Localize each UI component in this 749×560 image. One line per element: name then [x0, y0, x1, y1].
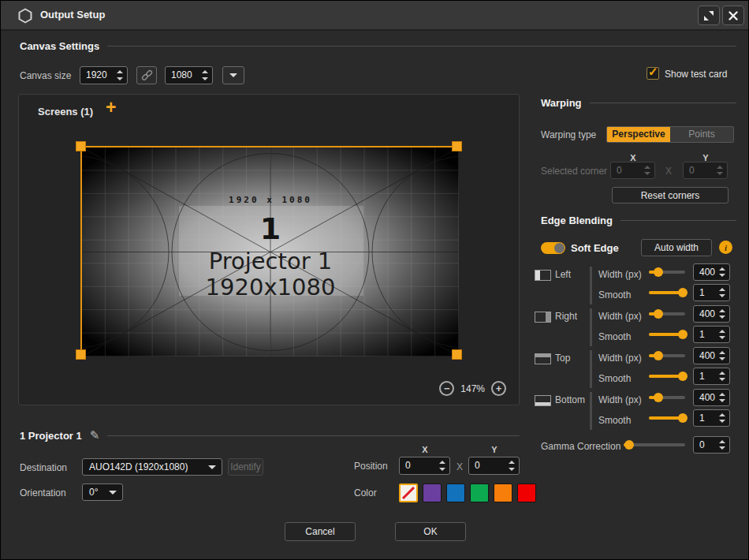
right-smooth-value[interactable]: 1	[699, 327, 705, 343]
gamma-spinner[interactable]: 0	[693, 436, 730, 454]
close-button[interactable]	[722, 6, 744, 25]
bottom-width-spinner[interactable]: 400	[693, 389, 730, 406]
spinner-arrows[interactable]	[202, 67, 209, 84]
slider-handle[interactable]	[654, 309, 663, 319]
bottom-width-slider[interactable]	[649, 392, 685, 403]
corner-handle-bottom-left[interactable]	[76, 349, 86, 360]
color-swatch-blue[interactable]	[446, 483, 465, 502]
canvas-width-spinner[interactable]: 1920	[80, 66, 128, 84]
bottom-smooth-value[interactable]: 1	[699, 410, 705, 427]
top-width-slider[interactable]	[649, 350, 685, 361]
slider-handle[interactable]	[654, 393, 663, 402]
spinner-arrows[interactable]	[439, 457, 446, 474]
bottom-smooth-slider[interactable]	[649, 413, 685, 424]
slider-handle[interactable]	[678, 330, 688, 339]
gamma-value[interactable]: 0	[699, 437, 705, 454]
gamma-slider[interactable]	[624, 439, 685, 450]
spinner-arrows[interactable]	[717, 162, 724, 178]
color-swatch-none[interactable]	[399, 483, 418, 502]
corner-x-value[interactable]: 0	[617, 162, 622, 179]
screens-canvas-panel[interactable]: Screens (1) +	[18, 94, 520, 405]
titlebar[interactable]: Output Setup	[1, 1, 748, 31]
spinner-arrows[interactable]	[719, 264, 726, 280]
left-smooth-value[interactable]: 1	[699, 285, 705, 301]
left-width-value[interactable]: 400	[699, 264, 715, 281]
position-y-value[interactable]: 0	[475, 457, 480, 474]
slider-handle[interactable]	[678, 413, 688, 423]
left-smooth-slider[interactable]	[649, 287, 685, 298]
zoom-in-button[interactable]: +	[491, 381, 506, 396]
corner-handle-top-left[interactable]	[76, 141, 86, 151]
top-smooth-slider[interactable]	[649, 371, 685, 382]
corner-handle-bottom-right[interactable]	[452, 349, 462, 360]
color-swatch-red[interactable]	[517, 483, 536, 502]
top-width-value[interactable]: 400	[699, 348, 715, 364]
reset-corners-button[interactable]: Reset corners	[612, 187, 729, 203]
right-width-value[interactable]: 400	[699, 306, 715, 323]
top-width-spinner[interactable]: 400	[693, 347, 730, 364]
right-width-slider[interactable]	[649, 308, 685, 319]
spinner-arrows[interactable]	[719, 437, 726, 453]
close-icon	[729, 11, 738, 21]
selected-corner-label: Selected corner	[541, 166, 607, 177]
right-smooth-slider[interactable]	[649, 329, 685, 340]
corner-handle-top-right[interactable]	[452, 141, 462, 151]
destination-dropdown[interactable]: AUO142D (1920x1080)	[82, 458, 222, 476]
toggle-knob[interactable]	[554, 243, 565, 253]
spinner-arrows[interactable]	[719, 327, 726, 342]
canvas-height-spinner[interactable]: 1080	[165, 66, 213, 84]
spinner-arrows[interactable]	[117, 67, 124, 84]
orientation-dropdown[interactable]: 0°	[82, 483, 123, 501]
position-x-value[interactable]: 0	[405, 457, 411, 474]
canvas-presets-dropdown-button[interactable]	[222, 66, 244, 84]
warping-type-perspective-button[interactable]: Perspective	[607, 127, 670, 142]
auto-width-button[interactable]: Auto width	[641, 239, 712, 256]
spinner-arrows[interactable]	[719, 285, 726, 301]
zoom-out-button[interactable]: −	[439, 381, 454, 396]
corner-x-spinner[interactable]: 0	[610, 162, 655, 179]
right-width-spinner[interactable]: 400	[693, 305, 730, 323]
spinner-arrows[interactable]	[719, 348, 726, 364]
left-width-slider[interactable]	[649, 267, 685, 278]
slider-handle[interactable]	[624, 440, 634, 450]
spinner-arrows[interactable]	[719, 306, 726, 322]
slider-handle[interactable]	[654, 267, 663, 277]
spinner-arrows[interactable]	[719, 410, 726, 426]
position-y-spinner[interactable]: 0	[468, 457, 520, 475]
corner-y-spinner[interactable]: 0	[683, 162, 728, 179]
bottom-width-value[interactable]: 400	[699, 390, 715, 406]
slider-handle[interactable]	[678, 288, 688, 297]
info-icon[interactable]: i	[719, 241, 732, 254]
canvas-height-value[interactable]: 1080	[171, 67, 192, 84]
warping-type-points-button[interactable]: Points	[670, 127, 733, 142]
spinner-arrows[interactable]	[719, 368, 726, 384]
right-smooth-spinner[interactable]: 1	[693, 326, 730, 343]
ok-button[interactable]: OK	[395, 522, 466, 541]
screens-header: Screens (1)	[38, 106, 93, 118]
show-test-card-checkbox[interactable]: ✓	[647, 67, 659, 80]
soft-edge-toggle[interactable]	[541, 242, 565, 254]
add-screen-button[interactable]: +	[106, 99, 116, 116]
slider-handle[interactable]	[678, 371, 688, 381]
top-smooth-value[interactable]: 1	[699, 368, 705, 385]
projector-screen-rect[interactable]: 1920 x 1080 1 Projector 1 1920x1080	[80, 146, 457, 355]
slider-handle[interactable]	[654, 351, 663, 360]
restore-window-button[interactable]	[698, 6, 720, 25]
identify-button[interactable]: Identify	[228, 458, 263, 476]
left-width-spinner[interactable]: 400	[693, 263, 730, 281]
position-x-spinner[interactable]: 0	[399, 457, 450, 475]
spinner-arrows[interactable]	[644, 162, 651, 178]
link-dimensions-button[interactable]	[136, 66, 157, 84]
top-smooth-spinner[interactable]: 1	[693, 368, 730, 385]
canvas-width-value[interactable]: 1920	[86, 67, 107, 84]
cancel-button[interactable]: Cancel	[285, 522, 356, 541]
corner-y-value[interactable]: 0	[689, 162, 695, 179]
edit-name-pencil-icon[interactable]: ✎	[90, 428, 100, 442]
spinner-arrows[interactable]	[719, 390, 726, 405]
color-swatch-orange[interactable]	[494, 483, 512, 502]
left-smooth-spinner[interactable]: 1	[693, 284, 730, 301]
color-swatch-purple[interactable]	[423, 483, 442, 502]
bottom-smooth-spinner[interactable]: 1	[693, 409, 730, 427]
spinner-arrows[interactable]	[509, 457, 516, 474]
color-swatch-green[interactable]	[470, 483, 489, 502]
